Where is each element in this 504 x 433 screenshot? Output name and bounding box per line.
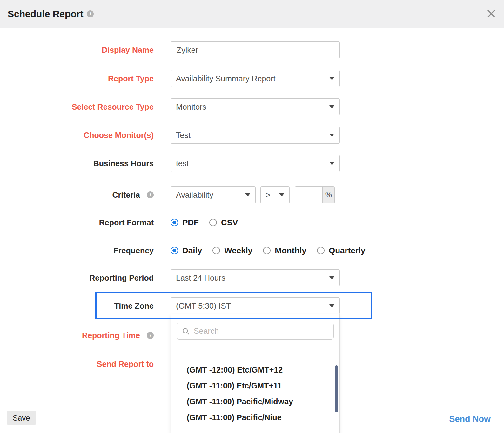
reporting-period-label: Reporting Period <box>0 269 154 286</box>
radio-option-label: Weekly <box>224 246 252 256</box>
time-zone-option[interactable]: (GMT -12:00) Etc/GMT+12 <box>171 362 339 378</box>
chevron-down-icon <box>329 134 334 137</box>
radio-icon <box>317 247 325 254</box>
time-zone-option[interactable]: (GMT -11:00) Etc/GMT+11 <box>171 378 339 394</box>
schedule-report-dialog: Schedule Report i Display Name Report Ty… <box>0 0 504 433</box>
reporting-time-label: Reporting Time i <box>0 327 154 344</box>
display-name-label-text: Display Name <box>102 45 154 55</box>
radio-option-label: Daily <box>182 246 202 256</box>
criteria-label: Criteria i <box>0 186 154 203</box>
frequency-option[interactable]: Daily <box>171 246 202 256</box>
resource-type-label-text: Select Resource Type <box>72 102 154 112</box>
criteria-row: Criteria i Availability > % <box>0 186 504 203</box>
criteria-label-text: Criteria <box>112 190 140 200</box>
chevron-down-icon <box>279 193 284 196</box>
radio-icon <box>212 247 220 254</box>
time-zone-select[interactable]: (GMT 5:30) IST <box>171 297 340 314</box>
criteria-metric-select[interactable]: Availability <box>171 186 256 203</box>
business-hours-label: Business Hours <box>0 155 154 172</box>
chevron-down-icon <box>329 77 334 80</box>
radio-option-label: Quarterly <box>329 246 366 256</box>
radio-icon <box>171 247 178 254</box>
send-now-link[interactable]: Send Now <box>449 414 491 424</box>
save-button[interactable]: Save <box>7 411 36 425</box>
close-icon <box>486 9 496 20</box>
choose-monitors-row: Choose Monitor(s) Test <box>0 127 504 144</box>
time-zone-label-text: Time Zone <box>114 301 154 311</box>
frequency-radio-group: Daily Weekly Monthly Quarterly <box>171 242 366 259</box>
radio-icon <box>209 219 217 226</box>
chevron-down-icon <box>329 276 334 279</box>
info-icon[interactable]: i <box>87 10 94 17</box>
choose-monitors-select[interactable]: Test <box>171 127 340 144</box>
report-type-label: Report Type <box>0 70 154 87</box>
time-zone-option[interactable]: (GMT -11:00) Pacific/Niue <box>171 409 339 425</box>
chevron-down-icon <box>329 162 334 165</box>
info-icon[interactable]: i <box>147 191 154 198</box>
dialog-header: Schedule Report i <box>0 0 504 28</box>
send-report-to-label: Send Report to <box>0 355 154 373</box>
page-title: Schedule Report <box>8 9 83 19</box>
business-hours-row: Business Hours test <box>0 155 504 172</box>
report-format-label: Report Format <box>0 214 154 231</box>
report-format-row: Report Format PDF CSV <box>0 214 504 231</box>
report-type-value: Availability Summary Report <box>176 74 326 83</box>
time-zone-value: (GMT 5:30) IST <box>176 301 326 311</box>
frequency-label-text: Frequency <box>114 246 154 255</box>
radio-icon <box>263 247 271 254</box>
business-hours-label-text: Business Hours <box>93 159 154 168</box>
report-format-radio-group: PDF CSV <box>171 214 238 231</box>
percent-suffix: % <box>322 187 334 203</box>
display-name-label: Display Name <box>0 41 154 58</box>
time-zone-option[interactable]: (GMT -11:00) Pacific/Midway <box>171 394 339 409</box>
reporting-time-label-text: Reporting Time <box>82 331 140 340</box>
chevron-down-icon <box>329 105 334 108</box>
display-name-input[interactable] <box>171 41 340 58</box>
chevron-down-icon <box>329 304 334 307</box>
report-format-option[interactable]: CSV <box>209 218 238 228</box>
time-zone-label: Time Zone <box>0 297 154 314</box>
resource-type-row: Select Resource Type Monitors <box>0 98 504 115</box>
resource-type-label: Select Resource Type <box>0 98 154 115</box>
info-icon[interactable]: i <box>147 332 154 339</box>
choose-monitors-label-text: Choose Monitor(s) <box>84 131 154 140</box>
choose-monitors-label: Choose Monitor(s) <box>0 127 154 144</box>
chevron-down-icon <box>245 193 250 196</box>
frequency-option[interactable]: Weekly <box>212 246 252 256</box>
report-format-label-text: Report Format <box>99 218 154 227</box>
send-report-to-label-text: Send Report to <box>97 360 154 369</box>
close-button[interactable] <box>486 8 497 20</box>
criteria-operator-value: > <box>266 190 276 200</box>
radio-icon <box>171 219 178 226</box>
report-format-option[interactable]: PDF <box>171 218 199 228</box>
dropdown-scrollbar-thumb[interactable] <box>335 365 338 412</box>
radio-option-label: PDF <box>182 218 199 228</box>
resource-type-value: Monitors <box>176 102 326 112</box>
resource-type-select[interactable]: Monitors <box>171 98 340 115</box>
criteria-threshold-input[interactable] <box>295 187 322 203</box>
reporting-period-row: Reporting Period Last 24 Hours <box>0 269 504 286</box>
reporting-period-select[interactable]: Last 24 Hours <box>171 269 340 286</box>
time-zone-search-box <box>177 323 334 340</box>
report-type-select[interactable]: Availability Summary Report <box>171 70 340 87</box>
reporting-period-value: Last 24 Hours <box>176 273 326 283</box>
choose-monitors-value: Test <box>176 131 326 140</box>
radio-option-label: Monthly <box>275 246 306 256</box>
time-zone-options-list: (GMT -12:00) Etc/GMT+12 (GMT -11:00) Etc… <box>171 359 339 433</box>
frequency-label: Frequency <box>0 242 154 259</box>
time-zone-row: Time Zone (GMT 5:30) IST <box>0 297 504 314</box>
criteria-metric-value: Availability <box>176 190 242 200</box>
frequency-option[interactable]: Monthly <box>263 246 306 256</box>
display-name-row: Display Name <box>0 41 504 58</box>
radio-option-label: CSV <box>221 218 238 228</box>
frequency-row: Frequency Daily Weekly Monthly <box>0 242 504 259</box>
search-icon <box>182 327 190 335</box>
time-zone-dropdown-panel: (GMT -12:00) Etc/GMT+12 (GMT -11:00) Etc… <box>171 314 340 433</box>
report-type-label-text: Report Type <box>108 74 154 83</box>
criteria-operator-select[interactable]: > <box>260 186 290 203</box>
time-zone-search-input[interactable] <box>194 326 329 336</box>
report-type-row: Report Type Availability Summary Report <box>0 70 504 87</box>
business-hours-select[interactable]: test <box>171 155 340 172</box>
reporting-period-label-text: Reporting Period <box>89 273 154 283</box>
frequency-option[interactable]: Quarterly <box>317 246 366 256</box>
